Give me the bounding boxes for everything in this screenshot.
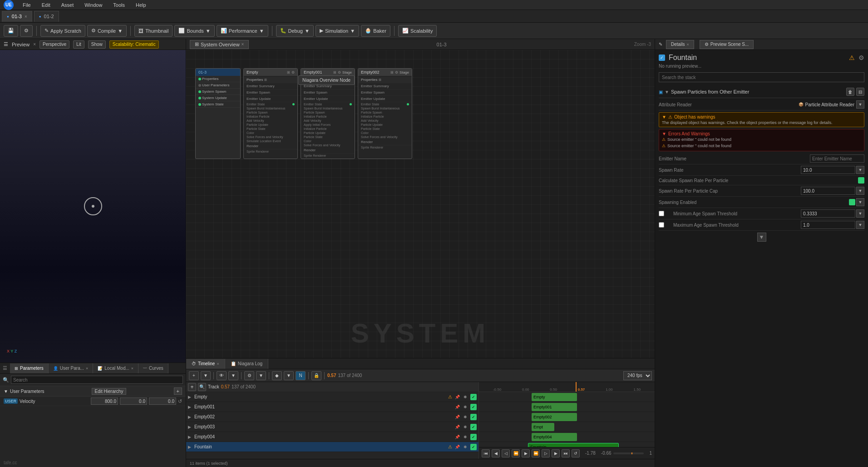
- spawn-expand-btn[interactable]: ⊟: [856, 88, 864, 96]
- key-btn[interactable]: ◆: [272, 371, 282, 380]
- system-node-user-params[interactable]: User Parameters: [196, 82, 240, 89]
- track-pin-empty001[interactable]: 📌: [454, 404, 460, 410]
- emitter001-link-icon[interactable]: ⊞: [333, 70, 336, 75]
- emitter-name-input[interactable]: [810, 154, 864, 163]
- track-expand-empty003[interactable]: ▶: [188, 425, 192, 429]
- key-block-empty002[interactable]: Empty002: [532, 413, 577, 421]
- track-expand-empty002[interactable]: ▶: [188, 415, 192, 419]
- tab-preview-scene[interactable]: ⚙ Preview Scene S...: [700, 40, 754, 49]
- scalability-button[interactable]: 📈 Scalability: [398, 25, 437, 37]
- track-pin-empty004[interactable]: 📌: [454, 434, 460, 440]
- baker-button[interactable]: 🧁 Baker: [361, 25, 390, 37]
- view-options-btn[interactable]: 👁: [217, 371, 227, 380]
- menu-asset[interactable]: Asset: [59, 1, 76, 9]
- add-param-button[interactable]: +: [174, 388, 182, 395]
- spawn-particles-section[interactable]: ▣ ▼ Spawn Particles from Other Emitter 🗑…: [659, 86, 864, 98]
- key-block-empty001[interactable]: Empty001: [532, 403, 577, 411]
- transport-skip-end[interactable]: ⏭: [562, 449, 570, 457]
- track-check-empty[interactable]: ✓: [470, 394, 477, 400]
- params-menu-icon[interactable]: ☰: [0, 365, 10, 371]
- emitter-node-empty[interactable]: Empty ⊞ ⚙ Properties ⊞ Emitter Summary E…: [243, 68, 298, 159]
- track-check-empty003[interactable]: ✓: [470, 424, 477, 430]
- track-expand-empty004[interactable]: ▶: [188, 435, 192, 439]
- transport-play[interactable]: ▶: [522, 449, 530, 457]
- max-age-dropdown[interactable]: ▼: [856, 221, 864, 229]
- attribute-reader-dropdown[interactable]: ▼: [856, 100, 864, 109]
- system-node-properties[interactable]: Properties: [196, 76, 240, 82]
- filter-btn[interactable]: ⚙: [244, 371, 254, 380]
- system-node-system-update[interactable]: System Update: [196, 95, 240, 101]
- tab-01-2[interactable]: ● 01-2: [34, 11, 59, 22]
- param-velocity-val2[interactable]: [120, 397, 147, 405]
- compile-button[interactable]: ⚙ Compile ▼: [87, 25, 127, 37]
- track-check-empty004[interactable]: ✓: [470, 434, 477, 440]
- system-node[interactable]: 01-3 Properties User Parameters System S…: [195, 68, 241, 159]
- min-age-checkbox[interactable]: [659, 211, 664, 216]
- track-check-empty002[interactable]: ✓: [470, 414, 477, 420]
- key-block-empty[interactable]: Empty: [532, 393, 577, 401]
- track-expand-fountain[interactable]: ▶: [188, 445, 192, 449]
- max-age-checkbox[interactable]: [659, 222, 664, 228]
- apply-scratch-button[interactable]: ✎ Apply Scratch: [40, 25, 85, 37]
- quick-settings-button[interactable]: ⚙: [20, 25, 33, 37]
- emitter-link-icon[interactable]: ⊞: [287, 70, 290, 75]
- param-reset-icon[interactable]: ↺: [178, 398, 182, 404]
- edit-hierarchy-button[interactable]: Edit Hierarchy: [92, 388, 127, 395]
- key-block-empty003[interactable]: Empt: [532, 423, 554, 431]
- track-add-icon-btn[interactable]: +: [189, 371, 199, 380]
- tab-parameters[interactable]: ⊞ Parameters: [10, 363, 49, 373]
- spawn-rate-input[interactable]: [801, 166, 855, 174]
- track-row-empty001[interactable]: ▶ Empty001 📌 ✱ ✓: [186, 402, 478, 412]
- transport-skip-start[interactable]: ⏮: [482, 449, 490, 457]
- system-node-system-state[interactable]: System State: [196, 101, 240, 108]
- spawning-enabled-check[interactable]: [849, 199, 855, 205]
- viewport-menu-icon[interactable]: ☰: [4, 41, 8, 47]
- spawn-rate-cap-input[interactable]: [801, 187, 855, 195]
- view-dropdown-btn[interactable]: ▼: [228, 371, 238, 380]
- user-params-expand-icon[interactable]: ▼: [4, 389, 8, 394]
- transport-next-frame[interactable]: ▷: [542, 449, 550, 457]
- transport-next-key[interactable]: ▶: [552, 449, 560, 457]
- auto-key-btn[interactable]: N: [296, 371, 306, 380]
- viewport[interactable]: X Y Z: [0, 50, 186, 363]
- max-age-input[interactable]: [801, 221, 855, 229]
- param-velocity-val3[interactable]: [149, 397, 176, 405]
- track-key-empty[interactable]: ✱: [462, 394, 469, 400]
- track-pin-empty003[interactable]: 📌: [454, 424, 460, 430]
- simulation-button[interactable]: ▶ Simulation ▼: [316, 25, 359, 37]
- track-row-empty[interactable]: ▶ Empty ⚠ 📌 ✱ ✓: [186, 392, 478, 402]
- collapse-btn[interactable]: ▼: [757, 233, 766, 242]
- key-dropdown-btn[interactable]: ▼: [284, 371, 294, 380]
- transport-prev-frame[interactable]: ◁: [502, 449, 510, 457]
- track-row-empty004[interactable]: ▶ Empty004 📌 ✱ ✓: [186, 432, 478, 442]
- params-search-input[interactable]: [11, 376, 183, 384]
- system-node-system-spawn[interactable]: System Spawn: [196, 89, 240, 95]
- show-button[interactable]: Show: [88, 40, 106, 49]
- param-velocity-val1[interactable]: [91, 397, 118, 405]
- tab-user-params-close[interactable]: ×: [86, 366, 88, 371]
- node-graph[interactable]: SYSTEM 01-3 Properties User Parameters: [186, 50, 655, 358]
- emitter001-settings-icon[interactable]: ⚙: [338, 70, 341, 75]
- tab-details-close[interactable]: ×: [687, 42, 689, 47]
- track-expand-empty[interactable]: ▶: [188, 395, 192, 399]
- spawn-rate-dropdown[interactable]: ▼: [856, 166, 864, 174]
- tab-01-3-close[interactable]: ×: [25, 14, 27, 19]
- track-add-button[interactable]: +: [188, 383, 196, 391]
- transport-prev[interactable]: ⏪: [512, 449, 520, 457]
- lit-button[interactable]: Lit: [73, 40, 84, 49]
- emitter002-settings-icon[interactable]: ⚙: [395, 70, 398, 75]
- performance-button[interactable]: 📊 Performance ▼: [217, 25, 268, 37]
- track-row-empty002[interactable]: ▶ Empty002 📌 ✱ ✓: [186, 412, 478, 422]
- debug-button[interactable]: 🐛 Debug ▼: [276, 25, 314, 37]
- errors-header[interactable]: ▼ Errors And Warnings: [662, 131, 861, 136]
- min-age-input[interactable]: [801, 209, 855, 218]
- transport-loop[interactable]: ↺: [572, 449, 580, 457]
- track-check-fountain[interactable]: ✓: [470, 444, 477, 450]
- emitter-settings-icon[interactable]: ⚙: [291, 70, 295, 75]
- tab-local-mod-close[interactable]: ×: [131, 366, 133, 371]
- menu-window[interactable]: Window: [83, 1, 104, 9]
- track-expand-empty001[interactable]: ▶: [188, 405, 192, 409]
- tab-user-params[interactable]: 👤 User Para... ×: [49, 363, 94, 373]
- filter-dropdown-btn[interactable]: ▼: [256, 371, 266, 380]
- track-key-fountain[interactable]: ✱: [462, 444, 469, 450]
